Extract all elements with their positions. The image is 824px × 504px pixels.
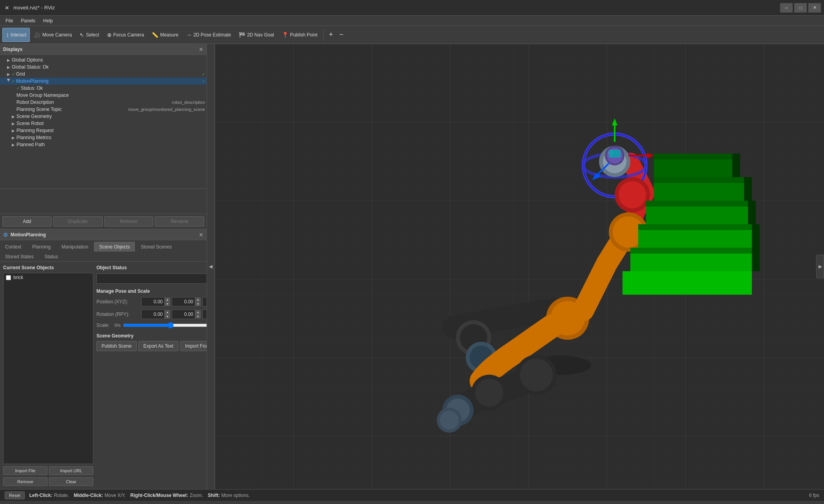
scale-slider[interactable]	[123, 322, 207, 328]
displays-close[interactable]: ✕	[199, 46, 203, 53]
clear-objects-button[interactable]: Clear	[49, 477, 93, 486]
tree-item-grid[interactable]: ▶ ✓ Grid ✓	[0, 71, 207, 78]
tab-status[interactable]: Status	[40, 252, 63, 261]
menu-panels[interactable]: Panels	[17, 16, 39, 25]
pos-y-input[interactable]	[172, 297, 195, 306]
tab-stored-scenes[interactable]: Stored Scenes	[136, 242, 177, 252]
tree-item-scene-geom[interactable]: ▶ Scene Geometry	[0, 113, 207, 120]
tree-item-status[interactable]: ✓ Status: Ok	[0, 85, 207, 92]
tab-stored-states[interactable]: Stored States	[0, 252, 39, 261]
motion-planning-close[interactable]: ✕	[199, 232, 203, 238]
tree-item-global-status[interactable]: ▶ Global Status: Ok	[0, 63, 207, 71]
pos-y-down[interactable]: ▼	[195, 302, 201, 306]
left-click-label: Left-Click:	[29, 493, 53, 498]
menu-help[interactable]: Help	[39, 16, 57, 25]
pos-z-input[interactable]	[202, 297, 207, 306]
scale-min: 0%	[114, 323, 121, 328]
motion-planning-header: ⚙ MotionPlanning ✕	[0, 229, 207, 240]
export-as-text-button[interactable]: Export As Text	[138, 341, 178, 351]
duplicate-display-button[interactable]: Duplicate	[53, 216, 103, 227]
2d-pose-estimate-tool[interactable]: → 2D Pose Estimate	[183, 28, 234, 42]
expand-arrow	[11, 100, 16, 105]
expand-arrow: ▶	[6, 72, 11, 76]
tree-item-scene-robot[interactable]: ▶ Scene Robot	[0, 120, 207, 127]
motion-planning-tabs: Context Planning Manipulation Scene Obje…	[0, 240, 207, 262]
check-icon: ✓	[202, 72, 205, 76]
object-status-label: Object Status	[96, 265, 207, 270]
import-url-button[interactable]: Import URL	[49, 466, 93, 475]
expand-arrow: ▶	[6, 58, 11, 62]
item-label: Global Status: Ok	[12, 64, 205, 70]
interact-tool[interactable]: ↕ Interact	[2, 28, 30, 42]
remove-clear-buttons: Remove Clear	[3, 477, 93, 486]
publish-scene-button[interactable]: Publish Scene	[96, 341, 137, 351]
pos-y-up[interactable]: ▲	[195, 297, 201, 302]
grid-background	[215, 44, 824, 489]
menu-file[interactable]: File	[2, 16, 17, 25]
tree-item-motion-planning[interactable]: ▶ ✓ MotionPlanning ✓	[0, 78, 207, 85]
reset-button[interactable]: Reset	[5, 491, 25, 499]
expand-arrow: ▶	[6, 65, 11, 69]
brick-checkbox[interactable]	[6, 275, 11, 280]
rot-r-down[interactable]: ▼	[165, 314, 170, 319]
shift-label: Shift:	[208, 493, 220, 498]
tree-item-robot-desc[interactable]: Robot Description robot_description	[0, 99, 207, 106]
publish-point-tool[interactable]: 📍 Publish Point	[278, 28, 321, 42]
tree-item-planning-metrics[interactable]: ▶ Planning Metrics	[0, 134, 207, 141]
rot-p-input[interactable]	[172, 310, 195, 319]
tab-scene-objects[interactable]: Scene Objects	[94, 242, 135, 252]
close-button[interactable]: ✕	[808, 3, 821, 13]
move-camera-tool[interactable]: 🎥 Move Camera	[31, 28, 75, 42]
focus-camera-tool[interactable]: ⊕ Focus Camera	[103, 28, 148, 42]
right-collapse-panel[interactable]: ▶	[816, 255, 824, 278]
3d-viewport[interactable]: ▶	[215, 44, 824, 489]
maximize-button[interactable]: □	[794, 3, 807, 13]
motion-planning-panel: ⚙ MotionPlanning ✕ Context Planning Mani…	[0, 229, 207, 489]
main-layout: Displays ✕ ▶ Global Options ▶ Global Sta…	[0, 44, 824, 489]
tree-item-move-group-ns[interactable]: Move Group Namespace	[0, 92, 207, 99]
rot-p-up[interactable]: ▲	[195, 310, 201, 314]
rot-p-down[interactable]: ▼	[195, 314, 201, 319]
title-text: moveit.rviz* - RViz	[13, 5, 780, 11]
titlebar: ✕ moveit.rviz* - RViz ─ □ ✕	[0, 0, 824, 16]
tree-item-planned-path[interactable]: ▶ Planned Path	[0, 141, 207, 148]
svg-point-54	[440, 411, 459, 430]
remove-object-button[interactable]: Remove	[3, 477, 47, 486]
tab-context[interactable]: Context	[0, 242, 26, 252]
add-tool[interactable]: +	[326, 28, 336, 42]
tab-manipulation[interactable]: Manipulation	[56, 242, 93, 252]
pos-x-input[interactable]	[141, 297, 165, 306]
tree-item-global-options[interactable]: ▶ Global Options	[0, 56, 207, 63]
tree-item-planning-req[interactable]: ▶ Planning Request	[0, 127, 207, 134]
remove-tool[interactable]: −	[336, 28, 346, 42]
panel-collapse[interactable]: ◀	[207, 44, 215, 489]
remove-display-button[interactable]: Remove	[104, 216, 154, 227]
focus-icon: ⊕	[107, 32, 112, 38]
rot-r-group: ▲ ▼	[141, 310, 170, 319]
svg-rect-42	[744, 177, 752, 201]
minimize-button[interactable]: ─	[780, 3, 793, 13]
measure-tool[interactable]: 📏 Measure	[148, 28, 182, 42]
add-display-button[interactable]: Add	[2, 216, 52, 227]
rename-display-button[interactable]: Rename	[155, 216, 204, 227]
pos-x-down[interactable]: ▼	[165, 302, 170, 306]
object-item-brick[interactable]: brick	[4, 273, 93, 282]
svg-point-17	[619, 181, 646, 208]
shift-action: More options.	[221, 493, 250, 498]
tree-item-planning-scene-topic[interactable]: Planning Scene Topic move_group/monitore…	[0, 106, 207, 113]
2d-nav-goal-tool[interactable]: 🏁 2D Nav Goal	[235, 28, 278, 42]
rot-p-group: ▲ ▼	[172, 310, 201, 319]
scene-geometry-buttons: Publish Scene Export As Text Import From…	[96, 341, 207, 351]
select-tool[interactable]: ↖ Select	[76, 28, 102, 42]
rot-r-up[interactable]: ▲	[165, 310, 170, 314]
rot-r-input[interactable]	[141, 310, 165, 319]
rot-y-input[interactable]	[202, 310, 207, 319]
left-click-action: Rotate.	[54, 493, 69, 498]
tab-planning[interactable]: Planning	[27, 242, 56, 252]
import-file-button[interactable]: Import File	[3, 466, 47, 475]
item-label: Planning Metrics	[16, 135, 205, 140]
svg-rect-41	[732, 154, 740, 177]
pos-x-up[interactable]: ▲	[165, 297, 170, 302]
import-from-text-button[interactable]: Import From Text	[180, 341, 207, 351]
fps-display: 6 fps	[809, 493, 819, 498]
